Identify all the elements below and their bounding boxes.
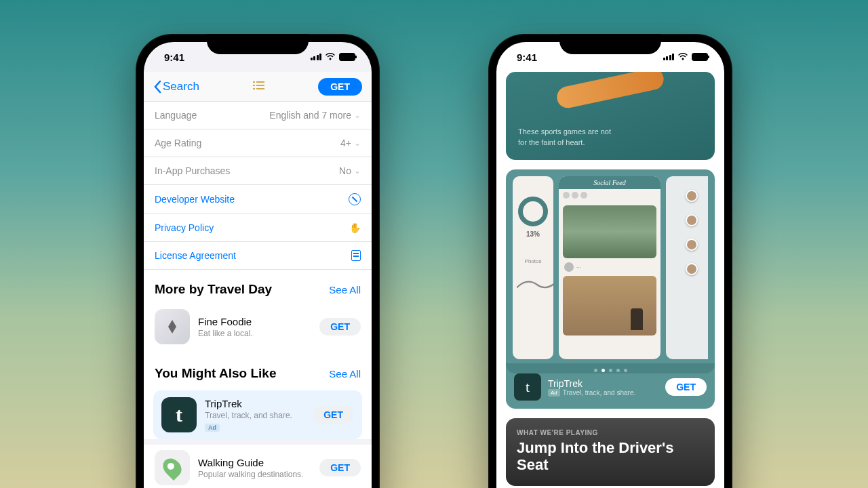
app-name: TripTrek [548, 378, 658, 389]
notch [559, 34, 661, 54]
app-name: TripTrek [205, 398, 304, 409]
get-button[interactable]: GET [313, 406, 354, 424]
section-header-more-by: More by Travel Day See All [144, 270, 372, 304]
section-header-you-might: You Might Also Like See All [144, 354, 372, 388]
status-time: 9:41 [164, 52, 184, 63]
app-meta: TripTrek Ad Travel, track, and share. [548, 378, 658, 396]
chevron-down-icon: ⌄ [354, 110, 361, 120]
map-pin-icon [686, 190, 698, 202]
screen-left: 9:41 Search GET Language English and 7 m… [144, 42, 372, 488]
get-button[interactable]: GET [319, 459, 361, 476]
section-title: More by Travel Day [155, 282, 272, 297]
editorial-eyebrow: WHAT WE'RE PLAYING [517, 429, 704, 436]
info-label: Developer Website [155, 194, 235, 205]
notch [207, 34, 309, 54]
svg-rect-5 [256, 88, 264, 89]
phone-mockup-right: 9:41 These sports games are not for the … [488, 34, 732, 488]
map-pin-icon [686, 263, 698, 275]
info-row-privacy-policy[interactable]: Privacy Policy ✋ [144, 214, 372, 242]
info-value: No⌄ [339, 165, 361, 176]
app-icon [155, 450, 190, 485]
donut-value: 13% [513, 230, 553, 238]
social-feed-header: Social Feed [559, 176, 660, 189]
svg-rect-1 [256, 81, 264, 83]
nav-bar: Search GET [144, 72, 372, 102]
get-button-nav[interactable]: GET [318, 78, 362, 96]
section-title: You Might Also Like [155, 366, 276, 381]
screen-right: 9:41 These sports games are not for the … [496, 42, 724, 488]
cellular-icon [663, 54, 675, 60]
app-subtitle: Popular walking destinations. [198, 470, 311, 479]
today-feed[interactable]: These sports games are not for the faint… [496, 72, 724, 488]
get-button[interactable]: GET [665, 378, 707, 396]
app-subtitle: Ad Travel, track, and share. [548, 389, 658, 396]
app-name: Fine Foodie [198, 316, 311, 327]
battery-icon [339, 53, 355, 61]
app-icon: t [161, 397, 197, 432]
status-time: 9:41 [517, 52, 537, 63]
wifi-icon [677, 53, 688, 61]
map-pin-icon [686, 239, 698, 251]
chevron-left-icon [153, 80, 161, 94]
get-button[interactable]: GET [319, 318, 361, 336]
phone-mockup-left: 9:41 Search GET Language English and 7 m… [136, 34, 380, 488]
app-row-walking-guide[interactable]: Walking Guide Popular walking destinatio… [144, 445, 372, 488]
screenshot-2: Social Feed ··· [559, 176, 660, 359]
app-meta: Fine Foodie Eat like a local. [198, 316, 311, 338]
back-button[interactable]: Search [153, 80, 199, 94]
photos-label: Photos [513, 258, 553, 264]
app-meta: Walking Guide Popular walking destinatio… [198, 457, 311, 479]
status-indicators [663, 53, 709, 61]
svg-rect-3 [256, 85, 264, 86]
donut-chart [518, 197, 548, 226]
hero-card-sports[interactable]: These sports games are not for the faint… [506, 72, 715, 160]
feed-image-2 [563, 276, 656, 336]
editorial-card[interactable]: WHAT WE'RE PLAYING Jump Into the Driver'… [506, 418, 715, 486]
info-value: 4+⌄ [340, 138, 361, 148]
screenshot-1: 13% Photos [513, 176, 553, 359]
back-label: Search [163, 80, 199, 94]
battery-icon [692, 53, 708, 61]
app-row-fine-foodie[interactable]: Fine Foodie Eat like a local. GET [144, 304, 372, 354]
info-label: Age Rating [155, 138, 201, 148]
chevron-down-icon: ⌄ [354, 166, 361, 176]
cellular-icon [311, 54, 322, 60]
info-row-developer-website[interactable]: Developer Website [144, 185, 372, 214]
svg-rect-4 [253, 88, 255, 89]
document-icon [351, 250, 361, 261]
info-row-age-rating[interactable]: Age Rating 4+⌄ [144, 129, 372, 157]
app-subtitle: Eat like a local. [198, 329, 311, 338]
app-name: Walking Guide [198, 457, 311, 468]
pin-icon [159, 455, 185, 481]
editorial-title: Jump Into the Driver's Seat [517, 439, 704, 474]
see-all-link[interactable]: See All [329, 284, 361, 296]
info-label: Language [155, 110, 197, 121]
skateboard-illustration [555, 72, 665, 110]
svg-rect-0 [253, 81, 255, 83]
safari-icon [349, 193, 361, 205]
app-icon [155, 309, 190, 344]
status-indicators [311, 53, 356, 61]
info-row-language[interactable]: Language English and 7 more⌄ [144, 102, 372, 129]
map-route [666, 176, 708, 289]
map-pin-icon [686, 214, 698, 226]
promo-card-triptrek[interactable]: 13% Photos Social Feed ··· [506, 169, 715, 409]
list-icon[interactable] [253, 81, 265, 93]
info-label: In-App Purchases [155, 165, 230, 176]
info-row-iap[interactable]: In-App Purchases No⌄ [144, 157, 372, 185]
info-row-license[interactable]: License Agreement [144, 242, 372, 270]
sparkline [517, 272, 553, 293]
hand-icon: ✋ [349, 222, 361, 233]
feed-image-1 [563, 205, 656, 258]
app-icon: t [514, 373, 541, 401]
info-label: Privacy Policy [155, 222, 214, 233]
chevron-down-icon: ⌄ [354, 138, 361, 148]
app-info-list: Language English and 7 more⌄ Age Rating … [144, 102, 372, 270]
svg-rect-2 [253, 85, 255, 86]
hero-caption: These sports games are not for the faint… [518, 127, 620, 148]
info-label: License Agreement [155, 250, 236, 261]
see-all-link[interactable]: See All [329, 368, 361, 380]
info-value: English and 7 more⌄ [269, 110, 361, 121]
ad-badge: Ad [548, 389, 560, 396]
app-row-triptrek-ad[interactable]: t TripTrek Travel, track, and share. Ad … [153, 390, 362, 439]
